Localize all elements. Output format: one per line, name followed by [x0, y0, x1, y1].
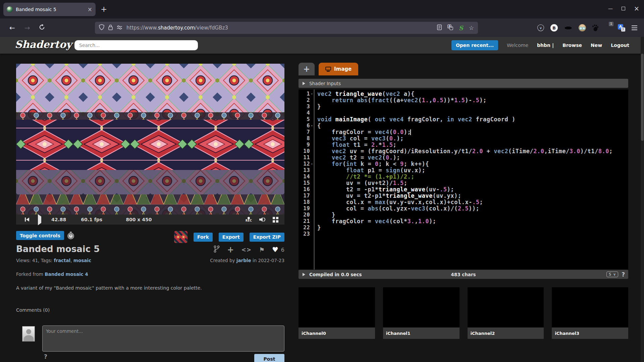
page-scrollbar[interactable]: [641, 37, 644, 362]
channel0-slot[interactable]: iChannel0: [299, 287, 375, 339]
close-window-button[interactable]: ×: [634, 5, 639, 12]
url-scheme: https://www.: [126, 25, 158, 31]
record-button[interactable]: REC: [246, 217, 252, 222]
browser-tab[interactable]: Banded mosaic 5 ×: [3, 3, 96, 16]
pocket-icon[interactable]: ∨: [537, 24, 544, 31]
code-line-21[interactable]: fragColor = vec4(col*3.,1.0);: [317, 218, 628, 225]
channel1-slot[interactable]: iChannel1: [383, 287, 460, 339]
profile-avatar-icon[interactable]: [579, 24, 586, 32]
minimize-button[interactable]: —: [608, 6, 613, 11]
play-button[interactable]: [38, 217, 41, 223]
comments-heading: Comments (0): [16, 307, 50, 313]
comment-help-icon[interactable]: ?: [44, 353, 47, 360]
code-line-20[interactable]: }: [317, 212, 628, 218]
code-line-7[interactable]: fragColor = vec4(0.0);: [317, 129, 628, 135]
code-line-6[interactable]: {: [317, 123, 628, 129]
toggle-controls-button[interactable]: Toggle controls: [16, 231, 64, 240]
fullscreen-icon[interactable]: [273, 217, 278, 223]
back-button[interactable]: ←: [9, 24, 15, 32]
code-line-1[interactable]: vec2 triangle_wave(vec2 a){: [317, 91, 628, 97]
code-line-17[interactable]: uv = t2-p1*triangle_wave(uv.yx);: [317, 193, 628, 199]
comment-input[interactable]: [42, 325, 284, 352]
add-to-playlist-icon[interactable]: +: [227, 246, 234, 253]
adblocker-icon[interactable]: 1: [605, 24, 611, 32]
browser-window: Banded mosaic 5 × + — × ← → https://www.…: [0, 0, 644, 362]
tag-mosaic[interactable]: mosaic: [73, 258, 91, 263]
password-manager-icon[interactable]: B: [550, 24, 558, 32]
export-zip-button[interactable]: Export ZIP: [250, 233, 284, 242]
fork-tree-icon[interactable]: [214, 245, 220, 254]
code-line-23[interactable]: [317, 231, 628, 237]
code-line-12[interactable]: for(int k = 0; k < 9; k++){: [317, 161, 628, 167]
image-pass-tab[interactable]: Image: [319, 63, 358, 75]
add-pass-tab[interactable]: +: [299, 63, 315, 75]
report-flag-icon[interactable]: ⚑: [259, 246, 265, 253]
post-comment-button[interactable]: Post: [254, 354, 284, 362]
menu-icon[interactable]: [632, 25, 637, 30]
channel2-slot[interactable]: iChannel2: [468, 287, 544, 339]
code-line-9[interactable]: float t1 = 2.*1.5;: [317, 142, 628, 148]
shader-inputs-bar[interactable]: Shader Inputs: [299, 79, 628, 88]
code-line-11[interactable]: vec2 t2 = vec2(0.);: [317, 155, 628, 161]
dark-reader-icon[interactable]: [564, 26, 572, 30]
rewind-button[interactable]: [25, 218, 29, 222]
editor-help-icon[interactable]: ?: [622, 271, 625, 278]
code-line-10[interactable]: vec2 uv = (fragCoord)/iResolution.y/t1/2…: [317, 148, 628, 155]
url-text[interactable]: https://www.shadertoy.com/view/fdGBz3: [126, 25, 433, 31]
export-button[interactable]: Export: [219, 233, 244, 242]
nav-new[interactable]: New: [591, 43, 602, 48]
channel3-slot[interactable]: iChannel3: [552, 287, 628, 339]
code-line-4[interactable]: [317, 110, 628, 116]
code-editor[interactable]: 1▾23456▾789101112▾1314151617181920212223…: [299, 89, 628, 269]
bookmark-star-icon[interactable]: ☆: [469, 24, 474, 31]
open-recent-button[interactable]: Open recent...: [451, 40, 498, 50]
code-line-16[interactable]: t2 = -p1*triangle_wave(uv-.5);: [317, 186, 628, 193]
tracking-shield-icon[interactable]: [99, 24, 104, 32]
userscript-extension-icon[interactable]: S: [459, 24, 463, 32]
gnome-extension-icon[interactable]: [592, 24, 598, 31]
maximize-button[interactable]: [622, 7, 625, 10]
code-line-14[interactable]: //t2 *= (1.+p1)/2.;: [317, 174, 628, 180]
permissions-icon[interactable]: [117, 25, 122, 31]
code-line-2[interactable]: return abs(fract((a+vec2(1.,0.5))*1.5)-.…: [317, 97, 628, 104]
translate-extension-icon[interactable]: A 文: [618, 24, 625, 32]
code-line-3[interactable]: }: [317, 104, 628, 110]
like-heart-icon[interactable]: ♥: [272, 246, 278, 254]
forward-button[interactable]: →: [24, 24, 30, 32]
font-size-select[interactable]: S∨: [606, 272, 618, 277]
username-link[interactable]: bhbn |: [537, 43, 554, 48]
tab-close-icon[interactable]: ×: [88, 6, 92, 13]
nav-logout[interactable]: Logout: [611, 43, 629, 48]
lock-icon[interactable]: [108, 24, 113, 32]
search-input[interactable]: [74, 40, 198, 50]
shader-inputs-label: Shader Inputs: [309, 81, 341, 86]
code-line-13[interactable]: float p1 = sign(uv.x);: [317, 167, 628, 174]
reload-button[interactable]: [39, 24, 45, 32]
tag-fractal[interactable]: fractal: [54, 258, 70, 263]
code-line-15[interactable]: uv = (uv+t2)/1.5;: [317, 180, 628, 186]
scrollbar-thumb[interactable]: [641, 54, 644, 141]
like-count: 6: [281, 247, 284, 253]
code-line-22[interactable]: }: [317, 225, 628, 231]
embed-code-icon[interactable]: <>: [241, 246, 252, 253]
forked-from-link[interactable]: Banded mosaic 4: [45, 272, 88, 277]
reader-mode-icon[interactable]: [437, 24, 442, 32]
editor-tabs: + Image: [299, 63, 358, 75]
shadertoy-logo[interactable]: Shadertoy: [15, 39, 72, 50]
timer-icon[interactable]: [67, 232, 74, 241]
nav-browse[interactable]: Browse: [562, 43, 582, 48]
fork-button[interactable]: Fork: [194, 233, 213, 242]
shader-thumbnail[interactable]: [174, 231, 187, 243]
code-line-19[interactable]: col = abs(col.yzx-vec3(col.x)/(2.5));: [317, 205, 628, 212]
author-link[interactable]: jarble: [236, 258, 251, 263]
shader-canvas[interactable]: [16, 64, 284, 215]
code-line-5[interactable]: void mainImage( out vec4 fragColor, in v…: [317, 116, 628, 123]
volume-icon[interactable]: [259, 217, 265, 222]
translate-page-icon[interactable]: A: [447, 24, 453, 32]
code-line-18[interactable]: col.x = max(uv.y-uv.x,col.x)+col.x-.5;: [317, 199, 628, 205]
url-bar[interactable]: https://www.shadertoy.com/view/fdGBz3 A …: [95, 22, 478, 34]
code-lines[interactable]: vec2 triangle_wave(vec2 a){ return abs(f…: [314, 89, 628, 269]
new-tab-button[interactable]: +: [101, 5, 107, 13]
code-line-8[interactable]: vec3 col = vec3(0.);: [317, 135, 628, 142]
extension-icons-row: ∨ B 1 A 文: [537, 22, 637, 34]
